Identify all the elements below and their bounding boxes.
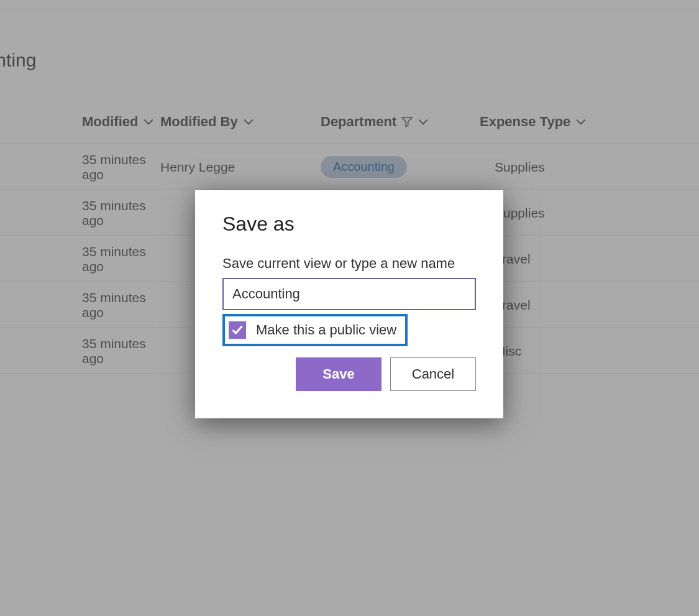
save-button[interactable]: Save [296, 357, 381, 391]
save-as-dialog: Save as Save current view or type a new … [195, 190, 503, 418]
dialog-label: Save current view or type a new name [222, 255, 476, 272]
public-view-label: Make this a public view [256, 322, 396, 338]
page: ounting Modified Modified By Department [0, 0, 699, 616]
dialog-buttons: Save Cancel [222, 357, 476, 391]
modal-overlay: Save as Save current view or type a new … [0, 0, 699, 616]
public-view-highlight: Make this a public view [222, 314, 408, 346]
dialog-title: Save as [222, 213, 476, 236]
view-name-input[interactable] [222, 278, 476, 310]
public-view-checkbox[interactable] [229, 321, 246, 339]
cancel-button[interactable]: Cancel [390, 357, 476, 391]
